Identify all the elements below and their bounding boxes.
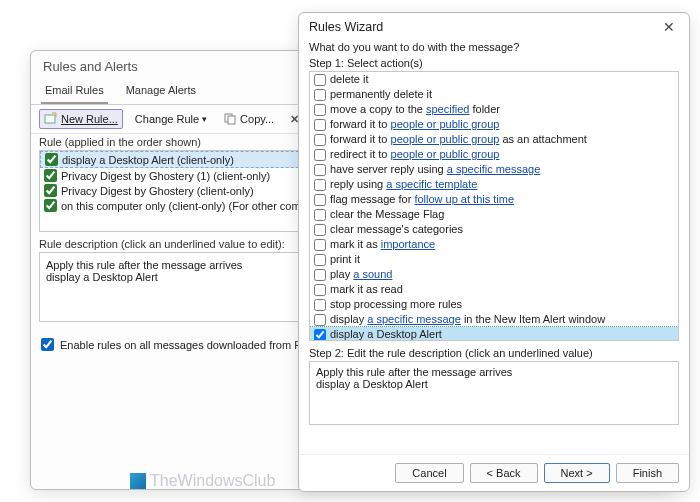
action-link[interactable]: a sound <box>353 268 392 280</box>
action-link[interactable]: importance <box>381 238 435 250</box>
action-link[interactable]: a specific template <box>386 178 477 190</box>
action-text: stop processing more rules <box>330 297 462 312</box>
action-text: reply using a specific template <box>330 177 477 192</box>
action-checkbox[interactable] <box>314 314 326 326</box>
action-text: display a specific message in the New It… <box>330 312 605 327</box>
action-checkbox[interactable] <box>314 224 326 236</box>
copy-icon <box>223 112 237 126</box>
action-row[interactable]: forward it to people or public group <box>310 117 678 132</box>
desc-line: Apply this rule after the message arrive… <box>316 366 672 378</box>
action-checkbox[interactable] <box>314 104 326 116</box>
back-button[interactable]: < Back <box>470 463 538 483</box>
new-rule-label: New Rule... <box>61 113 118 125</box>
action-checkbox[interactable] <box>314 299 326 311</box>
action-text: delete it <box>330 72 369 87</box>
action-checkbox[interactable] <box>314 329 326 341</box>
step2-label: Step 2: Edit the rule description (click… <box>309 341 679 361</box>
action-checkbox[interactable] <box>314 149 326 161</box>
action-row[interactable]: flag message for follow up at this time <box>310 192 678 207</box>
action-text: permanently delete it <box>330 87 432 102</box>
action-link[interactable]: a specific message <box>447 163 541 175</box>
action-row[interactable]: permanently delete it <box>310 87 678 102</box>
action-text: play a sound <box>330 267 392 282</box>
action-text: forward it to people or public group as … <box>330 132 587 147</box>
action-link[interactable]: people or public group <box>391 118 500 130</box>
new-rule-icon <box>44 112 58 126</box>
action-row[interactable]: display a Desktop Alert <box>310 327 678 341</box>
rule-text: on this computer only (client-only) (For… <box>61 200 326 212</box>
rule-description-box[interactable]: Apply this rule after the message arrive… <box>309 361 679 425</box>
copy-label: Copy... <box>240 113 274 125</box>
action-row[interactable]: move a copy to the specified folder <box>310 102 678 117</box>
change-rule-button[interactable]: Change Rule ▾ <box>131 111 211 127</box>
change-rule-label: Change Rule <box>135 113 199 125</box>
action-checkbox[interactable] <box>314 209 326 221</box>
action-text: clear message's categories <box>330 222 463 237</box>
action-row[interactable]: redirect it to people or public group <box>310 147 678 162</box>
action-row[interactable]: have server reply using a specific messa… <box>310 162 678 177</box>
action-text: have server reply using a specific messa… <box>330 162 540 177</box>
copy-button[interactable]: Copy... <box>219 110 278 128</box>
action-checkbox[interactable] <box>314 194 326 206</box>
wizard-prompt: What do you want to do with the message? <box>309 41 679 57</box>
rule-checkbox[interactable] <box>44 199 57 212</box>
rule-checkbox[interactable] <box>44 184 57 197</box>
wizard-title: Rules Wizard <box>309 20 383 34</box>
action-link[interactable]: people or public group <box>391 133 500 145</box>
svg-rect-0 <box>45 115 55 123</box>
action-row[interactable]: forward it to people or public group as … <box>310 132 678 147</box>
action-row[interactable]: display a specific message in the New It… <box>310 312 678 327</box>
action-link[interactable]: specified <box>426 103 469 115</box>
action-checkbox[interactable] <box>314 119 326 131</box>
tab-email-rules[interactable]: Email Rules <box>41 80 108 104</box>
action-checkbox[interactable] <box>314 284 326 296</box>
action-link[interactable]: follow up at this time <box>414 193 514 205</box>
action-text: redirect it to people or public group <box>330 147 499 162</box>
new-rule-button[interactable]: New Rule... <box>39 109 123 129</box>
rule-text: Privacy Digest by Ghostery (1) (client-o… <box>61 170 270 182</box>
step1-label: Step 1: Select action(s) <box>309 57 679 71</box>
cancel-button[interactable]: Cancel <box>395 463 463 483</box>
action-row[interactable]: stop processing more rules <box>310 297 678 312</box>
action-text: flag message for follow up at this time <box>330 192 514 207</box>
tab-manage-alerts[interactable]: Manage Alerts <box>122 80 200 104</box>
rss-label: Enable rules on all messages downloaded … <box>60 339 327 351</box>
chevron-down-icon: ▾ <box>202 114 207 124</box>
action-row[interactable]: clear the Message Flag <box>310 207 678 222</box>
action-text: forward it to people or public group <box>330 117 499 132</box>
action-row[interactable]: play a sound <box>310 267 678 282</box>
next-button[interactable]: Next > <box>544 463 610 483</box>
action-checkbox[interactable] <box>314 179 326 191</box>
action-link[interactable]: a specific message <box>367 313 461 325</box>
action-checkbox[interactable] <box>314 89 326 101</box>
action-checkbox[interactable] <box>314 269 326 281</box>
rule-checkbox[interactable] <box>44 169 57 182</box>
action-row[interactable]: mark it as importance <box>310 237 678 252</box>
action-link[interactable]: people or public group <box>391 148 500 160</box>
action-text: mark it as read <box>330 282 403 297</box>
action-checkbox[interactable] <box>314 254 326 266</box>
action-checkbox[interactable] <box>314 74 326 86</box>
action-text: display a Desktop Alert <box>330 327 442 341</box>
action-row[interactable]: reply using a specific template <box>310 177 678 192</box>
action-text: print it <box>330 252 360 267</box>
wizard-header: Rules Wizard ✕ <box>299 13 689 39</box>
desc-line: display a Desktop Alert <box>316 378 672 390</box>
svg-rect-2 <box>228 116 235 124</box>
action-row[interactable]: mark it as read <box>310 282 678 297</box>
finish-button[interactable]: Finish <box>616 463 679 483</box>
rss-checkbox[interactable] <box>41 338 54 351</box>
action-row[interactable]: clear message's categories <box>310 222 678 237</box>
close-icon[interactable]: ✕ <box>659 19 679 35</box>
action-checkbox[interactable] <box>314 164 326 176</box>
rule-text: display a Desktop Alert (client-only) <box>62 154 234 166</box>
actions-list[interactable]: delete itpermanently delete itmove a cop… <box>309 71 679 341</box>
action-checkbox[interactable] <box>314 134 326 146</box>
action-row[interactable]: delete it <box>310 72 678 87</box>
action-row[interactable]: print it <box>310 252 678 267</box>
rule-checkbox[interactable] <box>45 153 58 166</box>
wizard-buttons: Cancel < Back Next > Finish <box>299 454 689 491</box>
action-checkbox[interactable] <box>314 239 326 251</box>
action-text: clear the Message Flag <box>330 207 444 222</box>
action-text: mark it as importance <box>330 237 435 252</box>
